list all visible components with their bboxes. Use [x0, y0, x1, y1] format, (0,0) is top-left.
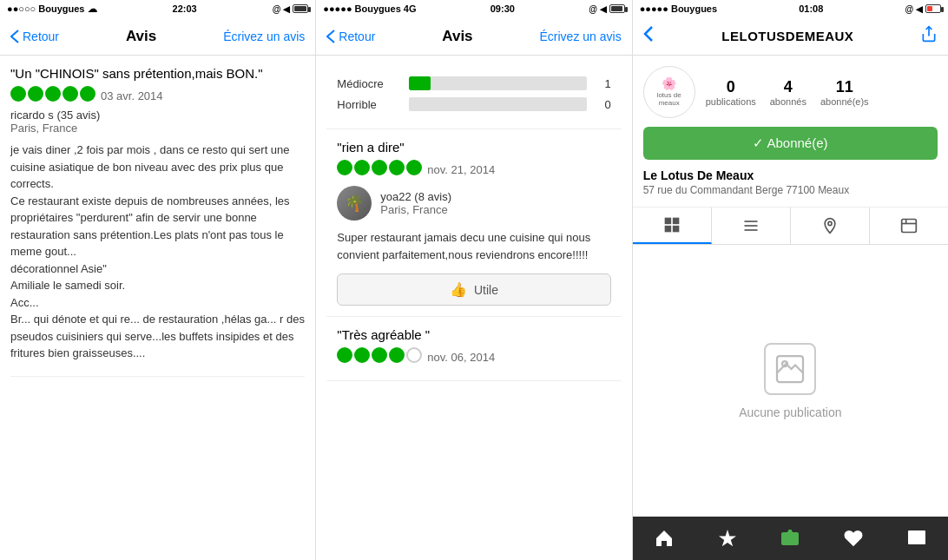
- reviewer-name-1: ricardo s (35 avis): [10, 109, 305, 122]
- review-title-1: "Un "CHINOIS" sans prétention,mais BON.": [10, 66, 305, 81]
- bottom-nav-heart[interactable]: [822, 517, 885, 560]
- nav-bar-3: LELOTUSDEMEAUX: [633, 17, 948, 56]
- back-button-2[interactable]: Retour: [326, 30, 375, 43]
- profile-header: 🌸 lotus de meaux 0 publications 4 abonné…: [633, 56, 948, 208]
- stat-abonnes: 4 abonnés: [770, 78, 806, 107]
- carrier-3: ●●●●● Bouygues: [640, 3, 717, 14]
- panel-reviews-2: Retour Avis Écrivez un avis Médiocre 1 H…: [316, 17, 632, 560]
- reviewer-name-2: yoa22 (8 avis): [380, 190, 451, 203]
- utile-button[interactable]: 👍 Utile: [337, 273, 610, 306]
- rating-row-mediocre: Médiocre 1: [337, 76, 610, 90]
- tab-person[interactable]: [870, 208, 948, 244]
- battery-indicator-3: @ ◀: [905, 4, 923, 14]
- review-date-2: nov. 21, 2014: [427, 163, 495, 176]
- rating-row-horrible: Horrible 0: [337, 97, 610, 111]
- subscribe-button[interactable]: ✓ Abonné(e): [643, 127, 938, 160]
- avatar-1: 🌴: [337, 186, 372, 221]
- review-card-1: "rien a dire" nov. 21, 2014 🌴 yoa22 (8 a…: [326, 129, 621, 317]
- rating-label-mediocre: Médiocre: [337, 77, 402, 90]
- battery-1: [293, 4, 308, 13]
- svg-rect-4: [673, 226, 680, 233]
- profile-address: 57 rue du Commandant Berge 77100 Meaux: [643, 184, 938, 196]
- profile-tabs: [633, 208, 948, 245]
- panel-profile: LELOTUSDEMEAUX 🌸 lotus de meaux: [633, 17, 948, 560]
- svg-rect-1: [664, 218, 671, 224]
- reviewer-row-1: 🌴 yoa22 (8 avis) Paris, France: [337, 186, 610, 221]
- profile-logo: 🌸 lotus de meaux: [643, 66, 695, 118]
- profile-content: 🌸 lotus de meaux 0 publications 4 abonné…: [633, 56, 948, 517]
- profile-nav-title: LELOTUSDEMEAUX: [721, 29, 853, 43]
- svg-point-8: [828, 221, 832, 225]
- no-pub-icon: [764, 343, 816, 395]
- star-3: [45, 86, 61, 102]
- profile-stats: 0 publications 4 abonnés 11 abonné(e)s: [706, 78, 938, 107]
- bottom-nav-screen[interactable]: [885, 517, 948, 560]
- bottom-nav-home[interactable]: [633, 517, 696, 560]
- tab-location[interactable]: [791, 208, 870, 244]
- star-rating-2: [337, 160, 422, 175]
- star-rating-1: [10, 86, 95, 102]
- review-body-1: Super restaurant jamais decu une cuisine…: [337, 229, 610, 263]
- star-1: [10, 86, 26, 102]
- status-bar-2: ●●●●● Bouygues 4G 09:30 @ ◀: [315, 0, 632, 17]
- review-card-title-2: "Très agréable ": [337, 327, 610, 342]
- nav-title-2: Avis: [375, 28, 539, 45]
- review-card-2: "Très agréable " nov. 06, 2014: [326, 317, 621, 381]
- bottom-nav: [633, 517, 948, 560]
- write-review-button-1[interactable]: Écrivez un avis: [223, 30, 305, 43]
- stat-abonnes-number: 4: [784, 78, 793, 96]
- status-bar-1: ●●○○○ Bouygues ☁ 22:03 @ ◀: [0, 0, 315, 17]
- rating-count-mediocre: 1: [594, 77, 611, 90]
- share-button[interactable]: [920, 25, 938, 47]
- time-3: 01:08: [799, 3, 823, 14]
- stat-abonnees-label: abonné(e)s: [820, 96, 869, 107]
- stars-row-3: nov. 06, 2014: [337, 347, 610, 366]
- no-publications-section: Aucune publication: [633, 245, 948, 517]
- review-text-1: je vais diner ,2 fois par mois , dans ce…: [10, 142, 305, 362]
- review-item-1: "Un "CHINOIS" sans prétention,mais BON."…: [10, 66, 305, 377]
- reviews-list-1: "Un "CHINOIS" sans prétention,mais BON."…: [0, 56, 315, 560]
- rating-label-horrible: Horrible: [337, 98, 402, 111]
- svg-point-14: [787, 536, 793, 543]
- profile-name: Le Lotus De Meaux: [643, 168, 938, 182]
- stat-publications-label: publications: [706, 96, 756, 107]
- star-2: [28, 86, 43, 102]
- star-5: [80, 86, 95, 102]
- star-rating-3: [337, 347, 422, 363]
- rating-breakdown: Médiocre 1 Horrible 0: [326, 66, 621, 129]
- nav-bar-1: Retour Avis Écrivez un avis: [0, 17, 315, 56]
- panel-2-content: Médiocre 1 Horrible 0 "rien a dire": [316, 56, 631, 560]
- svg-rect-3: [664, 226, 671, 233]
- reviewer-location-1: Paris, France: [10, 122, 305, 135]
- battery-indicator-2: @ ◀: [589, 4, 607, 14]
- battery-indicator-1: @ ◀: [273, 4, 291, 14]
- write-review-button-2[interactable]: Écrivez un avis: [540, 30, 622, 43]
- carrier-2: ●●●●● Bouygues 4G: [323, 3, 416, 14]
- battery-2: [609, 4, 625, 13]
- battery-3: [925, 4, 941, 13]
- tab-list[interactable]: [712, 208, 791, 244]
- bottom-nav-camera[interactable]: [759, 517, 822, 560]
- tab-grid[interactable]: [633, 208, 712, 244]
- panel-reviews-1: Retour Avis Écrivez un avis "Un "CHINOIS…: [0, 17, 316, 560]
- stat-abonnees: 11 abonné(e)s: [820, 78, 869, 107]
- review-date-1: 03 avr. 2014: [101, 89, 163, 102]
- rating-bar-mediocre-container: [409, 76, 586, 90]
- carrier-1: ●●○○○ Bouygues ☁: [7, 3, 97, 15]
- star-4: [63, 86, 78, 102]
- stat-abonnes-label: abonnés: [770, 96, 806, 107]
- time-2: 09:30: [490, 3, 515, 14]
- stars-row-1: 03 avr. 2014: [10, 86, 305, 105]
- bottom-nav-star[interactable]: [695, 517, 759, 560]
- rating-count-horrible: 0: [594, 98, 611, 111]
- back-button-1[interactable]: Retour: [10, 30, 59, 43]
- stat-publications-number: 0: [727, 78, 735, 96]
- stars-row-2: nov. 21, 2014: [337, 160, 610, 179]
- back-button-3[interactable]: [643, 25, 655, 47]
- nav-bar-2: Retour Avis Écrivez un avis: [316, 17, 631, 56]
- svg-rect-15: [908, 530, 925, 544]
- stat-abonnees-number: 11: [836, 78, 853, 96]
- svg-rect-2: [673, 218, 680, 224]
- no-publications-label: Aucune publication: [739, 405, 841, 419]
- rating-bar-horrible-container: [409, 97, 586, 111]
